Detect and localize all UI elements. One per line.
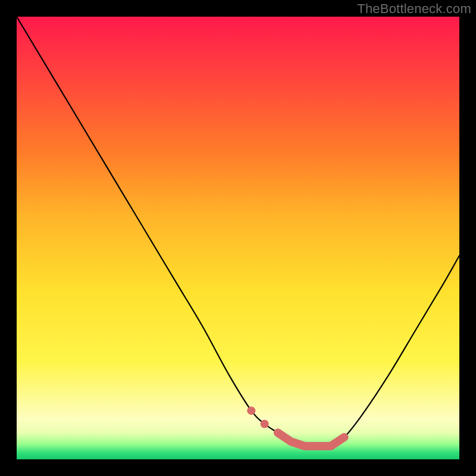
optimal-zone-segment — [278, 433, 345, 446]
watermark-text: TheBottleneck.com — [357, 1, 471, 17]
optimal-zone-markers — [247, 406, 344, 446]
bottleneck-curve — [17, 17, 459, 447]
optimal-zone-dot — [247, 406, 255, 415]
plot-area — [17, 17, 459, 459]
chart-frame: TheBottleneck.com — [0, 0, 476, 476]
chart-svg — [17, 17, 459, 459]
optimal-zone-dot — [261, 419, 269, 428]
